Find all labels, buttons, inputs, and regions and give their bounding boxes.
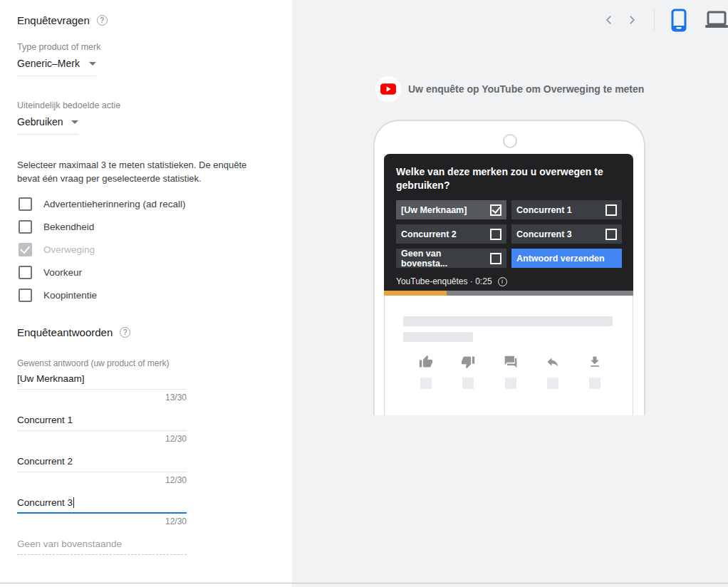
checkbox-checked-icon [490, 204, 501, 216]
brand-name-input[interactable]: [Uw Merknaam] [17, 373, 187, 390]
metrics-instruction: Selecteer maximaal 3 te meten statistiek… [17, 158, 268, 185]
thumbs-up-icon[interactable] [419, 355, 433, 369]
divider [654, 9, 655, 31]
char-counter: 12/30 [17, 516, 187, 526]
intended-action-label: Uiteindelijk bedoelde actie [17, 100, 120, 110]
placeholder-square [420, 378, 432, 389]
char-counter: 12/30 [17, 434, 187, 444]
desired-answer-label: Gewenst antwoord (uw product of merk) [17, 358, 169, 368]
dropdown-arrow-icon [89, 62, 96, 66]
help-icon[interactable]: ? [97, 15, 108, 26]
survey-option-none[interactable]: Geen van bovensta... [396, 249, 506, 268]
product-type-dropdown[interactable]: Generic–Merk [17, 58, 96, 76]
attribution-text: YouTube-enquêtes · 0:25 [396, 276, 492, 286]
text-cursor [73, 497, 74, 508]
metric-purchase-intent[interactable]: Koopintentie [19, 289, 97, 302]
metric-preference[interactable]: Voorkeur [19, 266, 82, 279]
survey-options-grid: [Uw Merknaam] Concurrent 1 Concurrent 2 … [396, 200, 622, 268]
metric-label: Koopintentie [43, 290, 97, 301]
preview-title: Uw enquête op YouTube om Overweging te m… [408, 83, 644, 95]
icon-label-placeholders [420, 378, 600, 389]
info-icon[interactable]: i [498, 277, 507, 286]
option-label: Concurrent 2 [401, 229, 457, 239]
option-label: Geen van bovensta... [401, 249, 490, 269]
submit-answer-button[interactable]: Antwoord verzenden [511, 249, 622, 268]
thumbs-down-icon[interactable] [461, 355, 475, 369]
comment-icon[interactable] [504, 355, 518, 369]
placeholder-square [505, 378, 516, 389]
product-type-value: Generic–Merk [17, 58, 80, 69]
download-icon[interactable] [588, 355, 602, 369]
checkbox-icon [605, 204, 617, 216]
placeholder-square [589, 378, 600, 389]
survey-option-brand[interactable]: [Uw Merknaam] [396, 200, 506, 219]
char-counter: 13/30 [17, 393, 187, 402]
survey-option-competitor-1[interactable]: Concurrent 1 [511, 200, 622, 219]
metric-consideration: Overweging [19, 243, 95, 256]
youtube-logo [375, 76, 401, 102]
submit-label: Antwoord verzenden [516, 254, 605, 264]
brand-lift-survey-page: Enquêtevragen ? Type product of merk Gen… [0, 0, 728, 587]
option-label: Concurrent 1 [516, 205, 572, 215]
survey-answers-title: Enquêteantwoorden ? [17, 326, 130, 338]
chevron-right-icon[interactable] [625, 14, 638, 26]
checkbox-icon [490, 229, 501, 240]
none-of-above-value: Geen van bovenstaande [17, 539, 122, 549]
brand-name-value: [Uw Merknaam] [17, 373, 85, 384]
competitor-3-value: Concurrent 3 [17, 497, 73, 508]
intended-action-value: Gebruiken [17, 116, 63, 128]
survey-attribution: YouTube-enquêtes · 0:25 i [396, 276, 507, 286]
desktop-device-icon[interactable] [704, 11, 728, 29]
checkbox-icon [605, 229, 617, 240]
competitor-2-input[interactable]: Concurrent 2 [17, 456, 187, 472]
survey-overlay-card: Welke van deze merken zou u overwegen te… [384, 154, 633, 296]
checkbox-icon[interactable] [19, 289, 32, 302]
survey-answers-title-text: Enquêteantwoorden [17, 326, 113, 338]
preview-nav [603, 9, 728, 31]
competitor-2-value: Concurrent 2 [17, 456, 73, 467]
mobile-device-icon[interactable] [670, 9, 687, 32]
product-type-label: Type product of merk [17, 42, 100, 52]
metric-label: Overweging [43, 244, 95, 255]
checkbox-icon[interactable] [19, 197, 32, 211]
phone-camera-icon [503, 134, 517, 148]
competitor-3-input[interactable]: Concurrent 3 [17, 497, 187, 514]
survey-question: Welke van deze merken zou u overwegen te… [396, 165, 617, 192]
video-progress-bar[interactable] [384, 291, 633, 296]
metric-label: Advertentieherinnering (ad recall) [43, 199, 186, 209]
option-label: [Uw Merknaam] [401, 205, 467, 215]
survey-questions-title-text: Enquêtevragen [17, 14, 90, 26]
chevron-left-icon[interactable] [603, 14, 615, 26]
video-action-icons [419, 355, 602, 369]
checkbox-checked-icon [19, 243, 32, 256]
progress-fill [384, 291, 447, 296]
char-counter: 12/30 [17, 475, 187, 485]
placeholder-square [462, 378, 474, 389]
competitor-1-value: Concurrent 1 [17, 415, 73, 425]
checkbox-icon[interactable] [19, 220, 32, 234]
youtube-play-icon [380, 83, 396, 95]
survey-option-competitor-2[interactable]: Concurrent 2 [396, 224, 506, 244]
placeholder-bar [403, 316, 613, 326]
checkbox-icon[interactable] [19, 266, 32, 279]
help-icon[interactable]: ? [120, 327, 130, 338]
dropdown-arrow-icon [71, 120, 78, 124]
share-reply-icon[interactable] [546, 355, 560, 369]
placeholder-square [547, 378, 558, 389]
option-label: Concurrent 3 [516, 229, 572, 239]
placeholder-bar [403, 332, 473, 342]
competitor-1-input[interactable]: Concurrent 1 [17, 415, 187, 431]
survey-option-competitor-3[interactable]: Concurrent 3 [511, 224, 622, 244]
none-of-above-input: Geen van bovenstaande [17, 539, 187, 555]
metric-ad-recall[interactable]: Advertentieherinnering (ad recall) [19, 197, 186, 211]
phone-mockup: Welke van deze merken zou u overwegen te… [373, 120, 645, 415]
bottom-divider [0, 583, 728, 583]
metric-label: Voorkeur [43, 267, 82, 278]
survey-questions-title: Enquêtevragen ? [17, 14, 108, 26]
intended-action-dropdown[interactable]: Gebruiken [17, 116, 78, 135]
metric-label: Bekendheid [43, 222, 94, 232]
metric-awareness[interactable]: Bekendheid [19, 220, 94, 234]
checkbox-icon [490, 253, 501, 264]
